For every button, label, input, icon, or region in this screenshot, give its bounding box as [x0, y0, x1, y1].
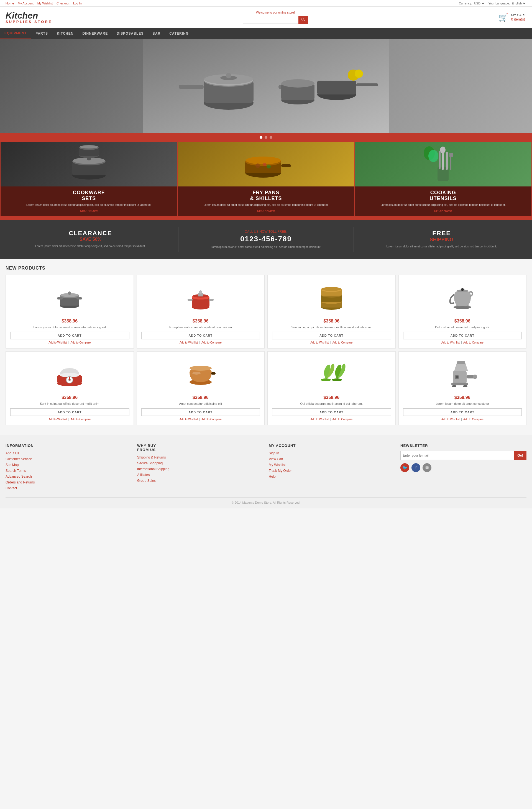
product-img-5 — [10, 356, 130, 392]
banner-cookware-link[interactable]: SHOP NOW! — [4, 209, 174, 212]
logo[interactable]: Kitchen SUPPLIES STORE — [5, 11, 52, 23]
banner-utensils-link[interactable]: SHOP NOW! — [358, 209, 528, 212]
svg-point-96 — [452, 385, 456, 387]
dot-3[interactable] — [270, 136, 272, 139]
footer-secure-shopping[interactable]: Secure Shopping — [137, 461, 162, 465]
footer-advanced-search[interactable]: Advanced Search — [5, 475, 32, 479]
footer-signin[interactable]: Sign In — [269, 451, 279, 455]
compare-3[interactable]: Add to Compare — [332, 341, 353, 344]
svg-point-10 — [226, 73, 231, 79]
nav-parts[interactable]: PARTS — [31, 28, 52, 39]
wishlist-1[interactable]: Add to Wishlist — [49, 341, 67, 344]
compare-7[interactable]: Add to Compare — [332, 418, 353, 421]
svg-point-35 — [256, 163, 260, 168]
footer-information: INFORMATION About Us Customer Service Si… — [5, 444, 132, 492]
product-card-6: $358.96 Amet consectetur adipiscing elit… — [137, 351, 265, 425]
nav-equipment[interactable]: EQUIPMENT — [0, 28, 31, 39]
product-price-4: $358.96 — [403, 319, 522, 324]
footer-viewcart[interactable]: View Cart — [269, 457, 283, 461]
search-button[interactable] — [298, 16, 308, 24]
dot-1[interactable] — [260, 136, 262, 139]
footer-affiliates[interactable]: Affiliates — [137, 473, 150, 477]
product-card-1: $358.96 Lorem ipsum dolor sit amet conse… — [5, 275, 134, 348]
nav-login[interactable]: Log In — [73, 2, 82, 5]
banner-frypans-link[interactable]: SHOP NOW! — [181, 209, 351, 212]
footer-contact[interactable]: Contact — [5, 486, 17, 490]
svg-rect-52 — [57, 297, 63, 299]
compare-2[interactable]: Add to Compare — [202, 341, 222, 344]
footer-whybuy-title: WHY BUYFROM US — [137, 444, 263, 452]
compare-5[interactable]: Add to Compare — [70, 418, 91, 421]
svg-rect-45 — [451, 153, 452, 157]
wishlist-6[interactable]: Add to Wishlist — [179, 418, 198, 421]
add-to-cart-3[interactable]: ADD TO CART — [272, 332, 391, 339]
add-to-cart-1[interactable]: ADD TO CART — [10, 332, 130, 339]
nav-home[interactable]: Home — [5, 2, 14, 5]
svg-rect-34 — [281, 164, 291, 167]
footer-sitemap[interactable]: Site Map — [5, 463, 19, 467]
wishlist-5[interactable]: Add to Wishlist — [49, 418, 67, 421]
compare-8[interactable]: Add to Compare — [463, 418, 483, 421]
product-img-1 — [10, 279, 130, 315]
compare-4[interactable]: Add to Compare — [463, 341, 483, 344]
cart-area[interactable]: 🛒 MY CART: 0 item(s) — [498, 13, 527, 22]
nav-wishlist[interactable]: My Wishlist — [37, 2, 53, 5]
add-to-cart-8[interactable]: ADD TO CART — [403, 408, 522, 416]
nav-checkout[interactable]: Checkout — [56, 2, 69, 5]
footer-shipping-returns[interactable]: Shipping & Returns — [137, 455, 166, 459]
footer-group-sales[interactable]: Group Sales — [137, 479, 156, 483]
banner-utensils-info: COOKINGUTENSILS Lorem ipsum dolor sit am… — [355, 187, 531, 216]
svg-rect-46 — [452, 153, 453, 157]
top-bar-settings: Currency: USD Your Language: English — [459, 1, 527, 5]
footer-grid: INFORMATION About Us Customer Service Si… — [5, 444, 527, 492]
nav-disposables[interactable]: DISPOSABLES — [112, 28, 148, 39]
add-to-cart-7[interactable]: ADD TO CART — [272, 408, 391, 416]
footer-search-terms[interactable]: Search Terms — [5, 469, 26, 473]
add-to-cart-4[interactable]: ADD TO CART — [403, 332, 522, 339]
footer-help[interactable]: Help — [269, 475, 276, 479]
wishlist-2[interactable]: Add to Wishlist — [179, 341, 198, 344]
wishlist-4[interactable]: Add to Wishlist — [441, 341, 460, 344]
promo-clearance-subtitle: SAVE 50% — [11, 237, 170, 242]
footer-about[interactable]: About Us — [5, 451, 19, 455]
currency-select[interactable]: USD — [473, 1, 485, 5]
nav-kitchen[interactable]: KITCHEN — [52, 28, 78, 39]
wishlist-3[interactable]: Add to Wishlist — [310, 341, 329, 344]
footer-mywishlist[interactable]: My Wishlist — [269, 463, 286, 467]
add-to-cart-5[interactable]: ADD TO CART — [10, 408, 130, 416]
add-to-cart-6[interactable]: ADD TO CART — [141, 408, 260, 416]
svg-point-88 — [332, 378, 342, 381]
product-links-7: Add to Wishlist | Add to Compare — [272, 418, 391, 421]
promo-phone-number: 0123-456-789 — [187, 235, 345, 243]
footer-orders-returns[interactable]: Orders and Returns — [5, 480, 35, 484]
footer-customer-service[interactable]: Customer Service — [5, 457, 32, 461]
wishlist-8[interactable]: Add to Wishlist — [441, 418, 460, 421]
hero-image — [0, 39, 532, 133]
footer-trackmyorder[interactable]: Track My Order — [269, 469, 292, 473]
twitter-icon[interactable]: 🐦 — [400, 463, 409, 472]
svg-rect-17 — [317, 81, 356, 94]
product-price-8: $358.96 — [403, 395, 522, 400]
nav-myaccount[interactable]: My Account — [18, 2, 34, 5]
newsletter-submit[interactable]: Go! — [514, 451, 527, 460]
footer-newsletter: NEWSLETTER Go! 🐦 f ✉ — [400, 444, 527, 492]
nav-bar[interactable]: BAR — [148, 28, 165, 39]
compare-6[interactable]: Add to Compare — [202, 418, 222, 421]
search-input[interactable] — [243, 16, 298, 24]
hero-dots — [0, 133, 532, 141]
product-price-5: $358.96 — [10, 395, 130, 400]
newsletter-email[interactable] — [400, 451, 514, 460]
product-desc-4: Dolor sit amet consectetur adipiscing el… — [403, 325, 522, 329]
compare-1[interactable]: Add to Compare — [70, 341, 91, 344]
footer-international[interactable]: International Shipping — [137, 467, 169, 471]
nav-dinnerware[interactable]: DINNERWARE — [78, 28, 112, 39]
wishlist-7[interactable]: Add to Wishlist — [310, 418, 329, 421]
facebook-icon[interactable]: f — [411, 463, 421, 472]
footer-myaccount-title: MY ACCOUNT — [269, 444, 395, 448]
rss-icon[interactable]: ✉ — [423, 463, 431, 472]
dot-2[interactable] — [264, 136, 268, 139]
add-to-cart-2[interactable]: ADD TO CART — [141, 332, 260, 339]
language-select[interactable]: English — [511, 1, 527, 5]
nav-catering[interactable]: CATERING — [165, 28, 193, 39]
product-price-2: $358.96 — [141, 319, 260, 324]
